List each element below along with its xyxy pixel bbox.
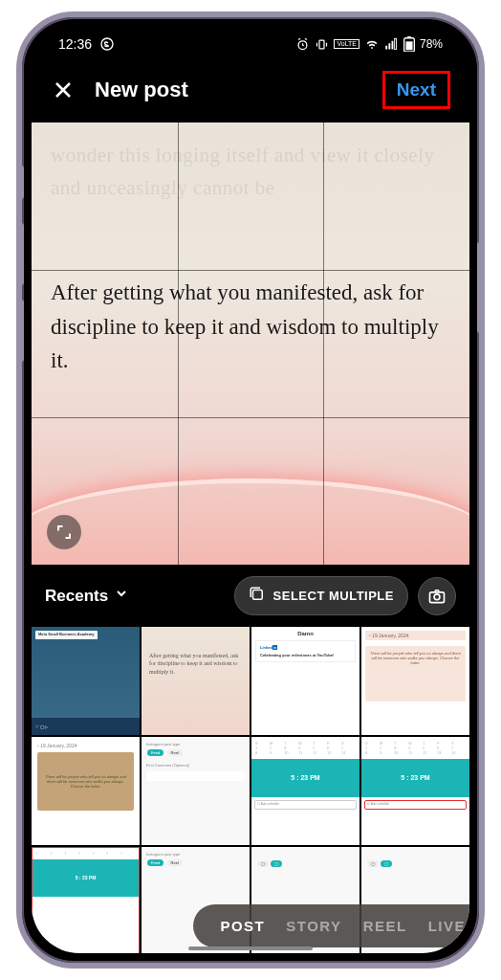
power-button	[477, 242, 483, 333]
tab-reel[interactable]: REEL	[363, 918, 407, 934]
gallery-thumb[interactable]: Damn Linkedin Celebrating your milestone…	[251, 627, 359, 735]
whatsapp-icon	[99, 36, 115, 52]
svg-rect-3	[385, 45, 387, 49]
gallery-thumb[interactable]: ▫ 19 January, 2024 There will be people …	[32, 737, 140, 845]
gallery-thumb[interactable]: SMTWTFS1234567891011121314 5 : 23 PM ☐ A…	[251, 737, 359, 845]
album-label: Recents	[45, 587, 108, 606]
album-selector[interactable]: Recents	[45, 586, 129, 606]
home-indicator[interactable]	[188, 947, 313, 950]
app-header: New post Next	[32, 57, 469, 122]
volume-down-button	[18, 300, 24, 362]
svg-rect-8	[405, 41, 412, 50]
page-title: New post	[95, 78, 363, 102]
vibrate-icon	[315, 37, 329, 52]
tab-story[interactable]: STORY	[286, 918, 341, 934]
svg-rect-5	[391, 40, 393, 49]
gallery-thumb[interactable]: 1234567 5 : 23 PM	[32, 847, 140, 953]
clock: 12:36	[58, 36, 92, 52]
phone-frame: 12:36 VoLTE	[16, 11, 485, 969]
stack-icon	[249, 586, 266, 606]
alarm-icon	[295, 37, 310, 52]
close-icon[interactable]	[51, 78, 76, 102]
screen: 12:36 VoLTE	[32, 27, 469, 953]
gallery-thumb[interactable]: Instagram post type Feed Reel First Comm…	[142, 737, 250, 845]
signal-icon	[384, 37, 399, 52]
mode-tabs: POST STORY REEL LIVE	[193, 904, 469, 947]
tab-post[interactable]: POST	[220, 918, 265, 934]
select-multiple-button[interactable]: SELECT MULTIPLE	[234, 576, 408, 615]
next-button[interactable]: Next	[382, 71, 450, 109]
volte-icon: VoLTE	[334, 39, 359, 49]
crop-grid	[32, 122, 469, 565]
svg-point-12	[434, 593, 440, 599]
tab-live[interactable]: LIVE	[428, 918, 466, 934]
gallery-thumb[interactable]: ▫ 19 January, 2024 There will be people …	[361, 627, 469, 735]
svg-rect-10	[252, 590, 262, 600]
battery-icon	[403, 36, 415, 52]
gallery-thumb[interactable]: SMTWTFS1234567891011121314 5 : 23 PM ☑ A…	[361, 737, 469, 845]
select-multiple-label: SELECT MULTIPLE	[273, 589, 394, 603]
gallery-thumb[interactable]: Meta Small Business Academy ♡ ◯ ▷	[32, 627, 140, 735]
svg-point-0	[101, 38, 113, 50]
gallery-header: Recents SELECT MULTIPLE	[32, 565, 469, 627]
camera-button[interactable]	[418, 577, 456, 615]
wifi-icon	[364, 36, 380, 52]
svg-rect-4	[388, 43, 390, 49]
battery-percent: 78%	[420, 37, 443, 51]
volume-up-button	[18, 223, 24, 285]
svg-rect-2	[319, 40, 324, 49]
svg-rect-6	[395, 38, 397, 49]
expand-crop-button[interactable]	[47, 515, 81, 549]
preview-area[interactable]: wonder this longing itself and view it c…	[32, 122, 469, 565]
side-button	[18, 166, 24, 199]
svg-rect-9	[407, 36, 411, 38]
gallery-thumb[interactable]: After getting what you manifested, ask f…	[142, 627, 250, 735]
status-bar: 12:36 VoLTE	[32, 27, 469, 57]
chevron-down-icon	[114, 586, 129, 606]
